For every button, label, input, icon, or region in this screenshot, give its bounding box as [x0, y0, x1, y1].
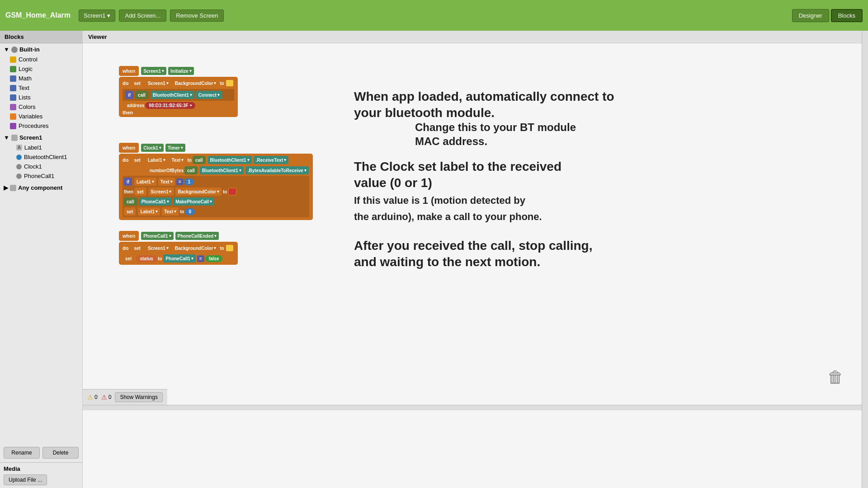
label1-dropdown-2[interactable]: Label1	[134, 178, 156, 186]
designer-button[interactable]: Designer	[792, 9, 829, 22]
do-container-3: do set Screen1 BackgroundColor to set	[119, 242, 238, 265]
text-icon	[10, 85, 16, 91]
viewer-content[interactable]: when Screen1 Initialize do set Screen1 B…	[83, 43, 862, 488]
sidebar-item-bt1[interactable]: BluetoothClient1	[0, 152, 82, 162]
initialize-dropdown[interactable]: Initialize	[168, 67, 193, 75]
annotation-1-text: When app loaded, automatically connect t…	[354, 89, 614, 122]
text-dropdown-2[interactable]: Text	[158, 178, 175, 186]
call-phone-row: call PhoneCall1 MakePhoneCall	[124, 197, 308, 206]
clock1-label: Clock1	[24, 163, 42, 170]
connect-dropdown[interactable]: Connect	[196, 91, 222, 99]
screen1-group-header[interactable]: ▼ Screen1	[0, 132, 82, 143]
set-keyword-1: set	[131, 79, 143, 87]
false-block: false	[205, 255, 223, 262]
phone1-dropdown-3[interactable]: PhoneCall1	[163, 254, 195, 263]
text-dropdown-1[interactable]: Text	[170, 156, 186, 164]
error-badge: ⚠ 0	[101, 394, 112, 401]
sidebar-item-clock1[interactable]: Clock1	[0, 162, 82, 171]
sidebar-item-procedures[interactable]: Procedures	[0, 121, 82, 131]
bg-color-dropdown-2[interactable]: BackgroundColor	[175, 188, 221, 196]
delete-button[interactable]: Delete	[42, 447, 79, 459]
bt-client-dropdown-2[interactable]: BluetoothClient1	[208, 156, 252, 164]
screen1-dropdown-2[interactable]: Screen1	[149, 188, 174, 196]
any-toggle: ▶	[4, 184, 8, 191]
trash-icon[interactable]: 🗑	[827, 368, 844, 387]
label1-icon: A	[16, 145, 22, 150]
bg-color-dropdown-3[interactable]: BackgroundColor	[173, 244, 218, 252]
block-group-2: when Clock1 Timer do set Label1 Text to	[119, 143, 313, 220]
sidebar-item-lists[interactable]: Lists	[0, 93, 82, 102]
sidebar-item-colors[interactable]: Colors	[0, 102, 82, 112]
annotation-bt-text: Change this to your BT moduleMAC address…	[415, 120, 576, 148]
annotation-bt: Change this to your BT moduleMAC address…	[415, 120, 576, 148]
sidebar-item-math[interactable]: Math	[0, 74, 82, 83]
to-label-1: to	[220, 81, 224, 86]
receive-text-dropdown[interactable]: .ReceiveText	[254, 156, 288, 164]
phone-call-ended-dropdown[interactable]: PhoneCallEnded	[175, 232, 219, 240]
phone1-icon	[16, 174, 22, 179]
media-section: Media Upload File ...	[0, 462, 82, 488]
any-component-header[interactable]: ▶ Any component	[0, 183, 82, 193]
any-component-section: ▶ Any component	[0, 182, 82, 194]
horizontal-scrollbar[interactable]	[83, 405, 862, 410]
mac-dropdown-arrow: ▾	[190, 103, 192, 108]
blocks-button[interactable]: Blocks	[831, 9, 863, 22]
screen1-button[interactable]: Screen1 ▾	[79, 9, 115, 22]
screen1-dropdown[interactable]: Screen1	[141, 67, 166, 75]
label1-dropdown-3[interactable]: Label1	[138, 207, 160, 216]
annotation-1: When app loaded, automatically connect t…	[354, 89, 614, 122]
bg-color-dropdown[interactable]: BackgroundColor	[173, 79, 218, 87]
when-clock1-row: when Clock1 Timer	[119, 143, 313, 153]
sidebar-item-control[interactable]: Control	[0, 55, 82, 64]
rename-button[interactable]: Rename	[4, 447, 40, 459]
label1-dropdown[interactable]: Label1	[146, 156, 168, 164]
phone1-dropdown[interactable]: PhoneCall1	[139, 197, 171, 206]
set-keyword-3: set	[134, 188, 146, 196]
sidebar-item-logic[interactable]: Logic	[0, 64, 82, 74]
variables-icon	[10, 113, 16, 120]
sidebar: Blocks ▼ Built-in Control Logic Math	[0, 31, 83, 488]
show-warnings-button[interactable]: Show Warnings	[115, 392, 163, 402]
screen1-dropdown-3[interactable]: Screen1	[146, 244, 171, 252]
sidebar-item-variables[interactable]: Variables	[0, 112, 82, 121]
clock1-icon	[16, 164, 22, 169]
text-dropdown-3[interactable]: Text	[162, 207, 179, 216]
phone1-dropdown-2[interactable]: PhoneCall1	[141, 232, 173, 240]
bt-client-dropdown-3[interactable]: BluetoothClient1	[200, 166, 244, 174]
set-keyword-2: set	[131, 156, 143, 164]
upload-file-button[interactable]: Upload File ...	[4, 474, 47, 485]
call-bt-receive-row: call BluetoothClient1 .ReceiveText	[193, 155, 289, 164]
sidebar-item-label1[interactable]: A Label1	[0, 143, 82, 152]
clock1-dropdown[interactable]: Clock1	[141, 144, 164, 152]
add-screen-button[interactable]: Add Screen...	[119, 9, 166, 22]
if-keyword: if	[125, 91, 133, 99]
bt1-label: BluetoothClient1	[24, 154, 67, 160]
annotation-2-text: The Clock set label to the receivedvalue…	[354, 159, 561, 225]
address-row: address 98:D3:31:B2:65:3F ▾	[123, 102, 234, 109]
bt-client-dropdown-1[interactable]: BluetoothClient1	[151, 91, 194, 99]
topbar: GSM_Home_Alarm Screen1 ▾ Add Screen... R…	[0, 0, 868, 31]
error-count: 0	[108, 394, 112, 400]
value-1-block: 1	[184, 178, 194, 185]
when-clock-keyword: when	[119, 143, 139, 153]
annotation-3-text: After you received the call, stop callin…	[354, 238, 593, 271]
screen1-bg-dropdown[interactable]: Screen1	[146, 79, 171, 87]
if-row: if call BluetoothClient1 Connect	[123, 89, 234, 101]
builtin-group-header[interactable]: ▼ Built-in	[0, 44, 82, 55]
do-container-2: do set Label1 Text to call BluetoothClie…	[119, 154, 313, 220]
warning-bar: ⚠ 0 ⚠ 0 Show Warnings	[83, 389, 167, 405]
then-row-2: then set Screen1 BackgroundColor to	[124, 187, 308, 196]
remove-screen-button[interactable]: Remove Screen	[170, 9, 224, 22]
block-group-3: when PhoneCall1 PhoneCallEnded do set Sc…	[119, 231, 238, 265]
timer-dropdown[interactable]: Timer	[165, 144, 185, 152]
sidebar-item-phone1[interactable]: PhoneCall1	[0, 171, 82, 181]
make-phone-call-dropdown[interactable]: MakePhoneCall	[173, 197, 214, 206]
bytes-available-dropdown[interactable]: .BytesAvailableToReceive	[245, 166, 309, 174]
sidebar-item-text[interactable]: Text	[0, 83, 82, 93]
if-keyword-2: if	[124, 178, 132, 186]
num-bytes-label: numberOfBytes	[150, 168, 184, 173]
mac-address-value: 98:D3:31:B2:65:3F	[149, 103, 188, 108]
when-phone-keyword: when	[119, 231, 139, 241]
vertical-scrollbar[interactable]	[862, 31, 868, 488]
colors-label: Colors	[19, 103, 36, 110]
